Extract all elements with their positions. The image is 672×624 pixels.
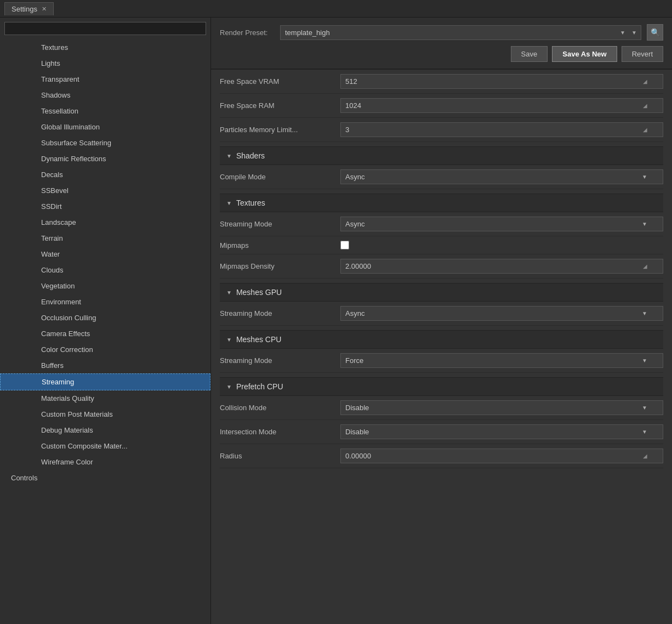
save-as-new-button[interactable]: Save As New xyxy=(552,46,617,62)
corner-icon: ◢ xyxy=(643,78,647,84)
field-label: Intersection Mode xyxy=(220,428,340,436)
setting-row: Collision ModeDisable▼ xyxy=(220,396,663,420)
numeric-field[interactable]: 3◢ xyxy=(340,122,663,137)
sidebar-items-list: TexturesLightsTransparentShadowsTessella… xyxy=(0,39,210,470)
sidebar-search-input[interactable] xyxy=(4,22,206,35)
sidebar-item-tessellation[interactable]: Tessellation xyxy=(0,103,210,119)
dropdown-arrow-icon: ▼ xyxy=(642,221,647,227)
preset-row: Render Preset: template_high ▼ 🔍 xyxy=(220,24,663,41)
sidebar-item-landscape[interactable]: Landscape xyxy=(0,214,210,230)
section-header-meshesgpu[interactable]: ▼Meshes GPU xyxy=(220,283,663,302)
revert-button[interactable]: Revert xyxy=(622,46,663,62)
field-label: Streaming Mode xyxy=(220,356,340,365)
section-title: Meshes CPU xyxy=(236,335,281,344)
sidebar-search-area xyxy=(0,18,210,39)
field-label: Collision Mode xyxy=(220,404,340,412)
sidebar-item-streaming[interactable]: Streaming xyxy=(0,373,210,390)
sidebar-item-subsurface-scattering[interactable]: Subsurface Scattering xyxy=(0,135,210,151)
sidebar-item-buffers[interactable]: Buffers xyxy=(0,358,210,373)
corner-icon: ◢ xyxy=(643,453,647,459)
sidebar-item-decals[interactable]: Decals xyxy=(0,167,210,183)
sidebar-item-shadows[interactable]: Shadows xyxy=(0,87,210,103)
field-label: Radius xyxy=(220,452,340,460)
sidebar-item-color-correction[interactable]: Color Correction xyxy=(0,342,210,358)
sidebar-item-custom-composite-mater[interactable]: Custom Composite Mater... xyxy=(0,438,210,454)
dropdown-field[interactable]: Force▼ xyxy=(340,353,663,368)
sidebar-item-debug-materials[interactable]: Debug Materials xyxy=(0,422,210,438)
dropdown-field[interactable]: Async▼ xyxy=(340,217,663,231)
dropdown-field[interactable]: Async▼ xyxy=(340,306,663,321)
content-header: Render Preset: template_high ▼ 🔍 Save Sa… xyxy=(211,18,672,70)
settings-container: Free Space VRAM512◢Free Space RAM1024◢Pa… xyxy=(220,70,663,468)
corner-icon: ◢ xyxy=(643,103,647,109)
section-header-meshescpu[interactable]: ▼Meshes CPU xyxy=(220,330,663,349)
numeric-field[interactable]: 512◢ xyxy=(340,74,663,89)
settings-tab[interactable]: Settings ✕ xyxy=(4,2,54,15)
tab-label: Settings xyxy=(12,5,37,13)
sidebar-section-controls[interactable]: Controls xyxy=(0,470,210,486)
setting-row: Streaming ModeAsync▼ xyxy=(220,212,663,236)
dropdown-arrow-icon: ▼ xyxy=(642,310,647,316)
save-button[interactable]: Save xyxy=(511,46,548,62)
field-label: Streaming Mode xyxy=(220,309,340,317)
sidebar-item-ssbevel[interactable]: SSBevel xyxy=(0,183,210,198)
setting-row: Streaming ModeAsync▼ xyxy=(220,302,663,326)
sidebar-item-occlusion-culling[interactable]: Occlusion Culling xyxy=(0,310,210,326)
setting-row: Intersection ModeDisable▼ xyxy=(220,420,663,444)
field-label: Mipmaps Density xyxy=(220,262,340,270)
numeric-field[interactable]: 1024◢ xyxy=(340,98,663,113)
field-label: Compile Mode xyxy=(220,173,340,181)
dropdown-arrow-icon: ▼ xyxy=(642,358,647,364)
dropdown-field[interactable]: Async▼ xyxy=(340,169,663,184)
preset-dropdown[interactable]: template_high ▼ xyxy=(280,25,641,40)
settings-body: Free Space VRAM512◢Free Space RAM1024◢Pa… xyxy=(211,70,672,477)
field-label: Mipmaps xyxy=(220,241,340,249)
sidebar-item-transparent[interactable]: Transparent xyxy=(0,71,210,87)
sidebar-item-global-illumination[interactable]: Global Illumination xyxy=(0,119,210,135)
sidebar-item-wireframe-color[interactable]: Wireframe Color xyxy=(0,454,210,470)
sidebar-item-custom-post-materials[interactable]: Custom Post Materials xyxy=(0,406,210,422)
sidebar-item-dynamic-reflections[interactable]: Dynamic Reflections xyxy=(0,151,210,167)
search-icon: 🔍 xyxy=(651,28,660,37)
section-header-textures[interactable]: ▼Textures xyxy=(220,194,663,212)
sidebar-item-clouds[interactable]: Clouds xyxy=(0,262,210,278)
sidebar-item-materials-quality[interactable]: Materials Quality xyxy=(0,390,210,406)
sidebar-item-environment[interactable]: Environment xyxy=(0,294,210,310)
sidebar-item-vegetation[interactable]: Vegetation xyxy=(0,278,210,294)
sidebar-item-camera-effects[interactable]: Camera Effects xyxy=(0,326,210,342)
setting-label: Free Space RAM xyxy=(220,101,340,110)
collapse-icon: ▼ xyxy=(226,290,232,296)
numeric-field[interactable]: 2.00000◢ xyxy=(340,259,663,274)
section-header-shaders[interactable]: ▼Shaders xyxy=(220,146,663,165)
search-button[interactable]: 🔍 xyxy=(647,24,663,41)
collapse-icon: ▼ xyxy=(226,200,232,206)
sidebar-item-terrain[interactable]: Terrain xyxy=(0,230,210,246)
setting-row: Streaming ModeForce▼ xyxy=(220,349,663,373)
main-layout: TexturesLightsTransparentShadowsTessella… xyxy=(0,18,672,624)
collapse-icon: ▼ xyxy=(226,153,232,159)
content-area: Render Preset: template_high ▼ 🔍 Save Sa… xyxy=(211,18,672,624)
setting-row-freespacevram: Free Space VRAM512◢ xyxy=(220,70,663,94)
sidebar-item-ssdirt[interactable]: SSDirt xyxy=(0,198,210,214)
dropdown-arrow-icon: ▼ xyxy=(642,174,647,180)
collapse-icon: ▼ xyxy=(226,337,232,343)
corner-icon: ◢ xyxy=(643,263,647,269)
numeric-field[interactable]: 0.00000◢ xyxy=(340,449,663,463)
preset-dropdown-arrow: ▼ xyxy=(620,30,625,36)
sidebar-item-lights[interactable]: Lights xyxy=(0,55,210,71)
setting-row: Compile ModeAsync▼ xyxy=(220,165,663,189)
dropdown-arrow-icon: ▼ xyxy=(642,405,647,411)
sidebar-item-water[interactable]: Water xyxy=(0,246,210,262)
sidebar-item-textures[interactable]: Textures xyxy=(0,39,210,55)
setting-label: Free Space VRAM xyxy=(220,77,340,86)
setting-row: Mipmaps Density2.00000◢ xyxy=(220,254,663,279)
corner-icon: ◢ xyxy=(643,127,647,133)
dropdown-arrow-icon: ▼ xyxy=(642,429,647,435)
preset-select-wrapper: template_high ▼ xyxy=(280,25,641,40)
dropdown-field[interactable]: Disable▼ xyxy=(340,424,663,439)
close-icon[interactable]: ✕ xyxy=(42,5,47,13)
sidebar: TexturesLightsTransparentShadowsTessella… xyxy=(0,18,211,624)
checkbox-field[interactable] xyxy=(340,241,349,249)
dropdown-field[interactable]: Disable▼ xyxy=(340,400,663,415)
section-header-prefetchcpu[interactable]: ▼Prefetch CPU xyxy=(220,377,663,396)
